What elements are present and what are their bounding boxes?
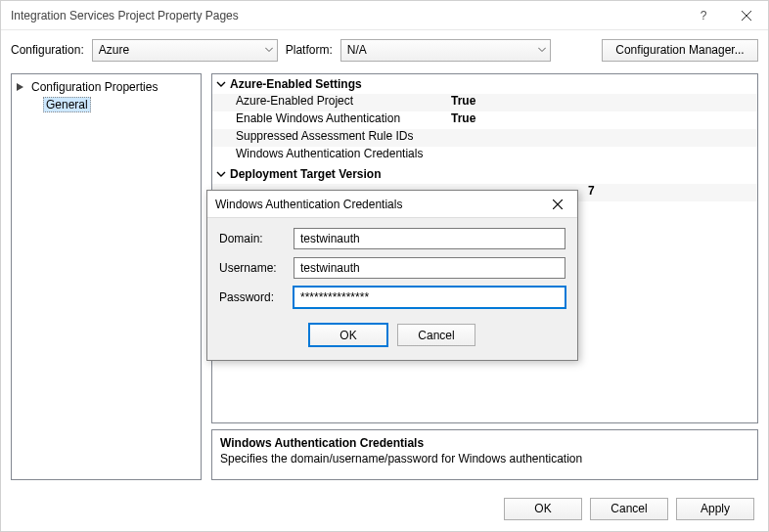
close-button[interactable] — [725, 1, 768, 30]
password-input[interactable] — [294, 287, 565, 308]
credentials-dialog: Windows Authentication Credentials Domai… — [206, 190, 578, 361]
tree-item-general[interactable]: General — [12, 96, 201, 113]
section-deployment-target[interactable]: Deployment Target Version — [212, 164, 757, 184]
ok-label: OK — [534, 502, 551, 515]
cancel-label: Cancel — [611, 502, 647, 515]
platform-value: N/A — [347, 43, 367, 57]
domain-input[interactable] — [294, 228, 565, 249]
cancel-button[interactable]: Cancel — [590, 498, 668, 520]
config-bar: Configuration: Azure Platform: N/A Confi… — [1, 30, 768, 69]
description-title: Windows Authentication Credentials — [220, 436, 749, 450]
grid-value: True — [447, 111, 757, 129]
domain-row: Domain: — [219, 228, 565, 249]
section-title: Azure-Enabled Settings — [230, 77, 362, 91]
description-panel: Windows Authentication Credentials Speci… — [211, 429, 758, 480]
tree-item-config-props[interactable]: Configuration Properties — [12, 78, 201, 96]
help-button[interactable]: ? — [682, 1, 725, 30]
description-text: Specifies the domain/username/password f… — [220, 452, 749, 466]
tree-label-general: General — [43, 97, 91, 112]
grid-key: Windows Authentication Credentials — [212, 147, 447, 164]
tree-label-root: Configuration Properties — [29, 80, 159, 94]
property-pages-window: Integration Services Project Property Pa… — [0, 0, 769, 532]
modal-ok-button[interactable]: OK — [309, 324, 387, 346]
modal-ok-label: OK — [339, 329, 356, 342]
grid-key: Azure-Enabled Project — [212, 94, 447, 111]
password-row: Password: — [219, 287, 565, 308]
help-icon: ? — [701, 9, 707, 22]
configuration-manager-button[interactable]: Configuration Manager... — [602, 39, 758, 62]
modal-titlebar: Windows Authentication Credentials — [207, 191, 577, 218]
modal-close-button[interactable] — [546, 195, 569, 214]
grid-row[interactable]: Windows Authentication Credentials — [212, 147, 757, 164]
ok-button[interactable]: OK — [504, 498, 582, 520]
platform-combo[interactable]: N/A — [340, 39, 551, 62]
chevron-down-icon — [538, 48, 546, 53]
section-title: Deployment Target Version — [230, 167, 381, 181]
grid-value-peek: 7 — [584, 184, 595, 198]
configuration-manager-label: Configuration Manager... — [615, 43, 744, 57]
grid-key: Enable Windows Authentication — [212, 111, 447, 129]
username-row: Username: — [219, 257, 565, 279]
domain-label: Domain: — [219, 232, 288, 245]
username-input[interactable] — [294, 257, 565, 279]
close-icon — [553, 200, 563, 209]
modal-cancel-label: Cancel — [418, 329, 454, 342]
chevron-down-icon — [265, 48, 273, 53]
configuration-value: Azure — [99, 43, 129, 57]
grid-value: True — [447, 94, 757, 111]
section-azure-settings[interactable]: Azure-Enabled Settings — [212, 74, 757, 94]
modal-body: Domain: Username: Password: OK Cancel — [207, 218, 577, 360]
configuration-combo[interactable]: Azure — [92, 39, 278, 62]
grid-row[interactable]: Azure-Enabled ProjectTrue — [212, 94, 757, 111]
platform-label: Platform: — [286, 43, 333, 57]
chevron-down-icon — [216, 169, 230, 179]
grid-value — [447, 147, 757, 164]
apply-label: Apply — [701, 502, 730, 515]
expander-open-icon — [16, 82, 25, 92]
modal-title: Windows Authentication Credentials — [215, 198, 546, 211]
apply-button[interactable]: Apply — [676, 498, 754, 520]
chevron-down-icon — [216, 79, 230, 89]
dialog-footer: OK Cancel Apply — [1, 486, 768, 531]
close-icon — [742, 11, 751, 21]
password-label: Password: — [219, 290, 288, 304]
nav-tree[interactable]: Configuration Properties General — [11, 73, 202, 480]
grid-key: Suppressed Assessment Rule IDs — [212, 129, 447, 147]
modal-buttons: OK Cancel — [219, 324, 565, 346]
grid-value — [447, 129, 757, 147]
titlebar: Integration Services Project Property Pa… — [1, 1, 768, 30]
modal-cancel-button[interactable]: Cancel — [397, 324, 475, 346]
grid-row[interactable]: Enable Windows AuthenticationTrue — [212, 111, 757, 129]
svg-marker-2 — [17, 83, 23, 91]
window-title: Integration Services Project Property Pa… — [11, 9, 682, 22]
configuration-label: Configuration: — [11, 43, 84, 57]
username-label: Username: — [219, 261, 288, 275]
grid-row[interactable]: Suppressed Assessment Rule IDs — [212, 129, 757, 147]
